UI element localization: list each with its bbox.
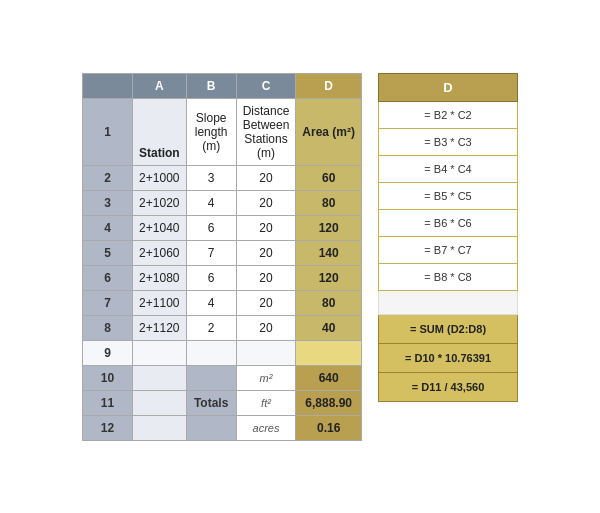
table-row: 4 2+1040 6 20 120 [82, 215, 361, 240]
row-num-5: 5 [82, 240, 132, 265]
station-7: 2+1100 [132, 290, 186, 315]
table-row: 6 2+1080 6 20 120 [82, 265, 361, 290]
row-num-4: 4 [82, 215, 132, 240]
page-wrapper: A B C D 1 Station Slope length (m) Dista… [82, 73, 518, 441]
formula-item-6: = B8 * C8 [378, 264, 518, 291]
totals-c-11: ft² [236, 390, 296, 415]
area-3: 80 [296, 190, 362, 215]
sub-header-distance: Distance Between Stations (m) [236, 98, 296, 165]
totals-a-12 [132, 415, 186, 440]
formula-gap [378, 291, 518, 315]
slope-4: 6 [186, 215, 236, 240]
station-3: 2+1020 [132, 190, 186, 215]
dist-4: 20 [236, 215, 296, 240]
station-8: 2+1120 [132, 315, 186, 340]
totals-d-11: 6,888.90 [296, 390, 362, 415]
row-num-3: 3 [82, 190, 132, 215]
area-2: 60 [296, 165, 362, 190]
empty-row-9: 9 [82, 340, 361, 365]
station-4: 2+1040 [132, 215, 186, 240]
totals-row-11: 11 Totals ft² 6,888.90 [82, 390, 361, 415]
slope-3: 4 [186, 190, 236, 215]
formula-item-2: = B4 * C4 [378, 156, 518, 183]
sub-header-slope: Slope length (m) [186, 98, 236, 165]
totals-row-10: 10 m² 640 [82, 365, 361, 390]
col-header-d: D [296, 73, 362, 98]
col-header-c: C [236, 73, 296, 98]
formula-item-3: = B5 * C5 [378, 183, 518, 210]
row-num-12: 12 [82, 415, 132, 440]
formula-item-1: = B3 * C3 [378, 129, 518, 156]
area-6: 120 [296, 265, 362, 290]
dist-5: 20 [236, 240, 296, 265]
col-header-a: A [132, 73, 186, 98]
row-num-7: 7 [82, 290, 132, 315]
dist-7: 20 [236, 290, 296, 315]
formula-panel-header: D [378, 73, 518, 102]
slope-8: 2 [186, 315, 236, 340]
row-num-8: 8 [82, 315, 132, 340]
main-table: A B C D 1 Station Slope length (m) Dista… [82, 73, 362, 441]
sub-header-station: Station [132, 98, 186, 165]
empty-b-9 [186, 340, 236, 365]
formula-item-5: = B7 * C7 [378, 237, 518, 264]
totals-c-10: m² [236, 365, 296, 390]
area-7: 80 [296, 290, 362, 315]
formula-item-0: = B2 * C2 [378, 102, 518, 129]
dist-3: 20 [236, 190, 296, 215]
station-5: 2+1060 [132, 240, 186, 265]
table-row: 7 2+1100 4 20 80 [82, 290, 361, 315]
area-8: 40 [296, 315, 362, 340]
totals-d-10: 640 [296, 365, 362, 390]
row-num-11: 11 [82, 390, 132, 415]
formula-item-4: = B6 * C6 [378, 210, 518, 237]
totals-a-10 [132, 365, 186, 390]
col-header-empty [82, 73, 132, 98]
totals-b-12 [186, 415, 236, 440]
totals-a-11 [132, 390, 186, 415]
empty-d-9 [296, 340, 362, 365]
sub-header-row: 1 Station Slope length (m) Distance Betw… [82, 98, 361, 165]
empty-a-9 [132, 340, 186, 365]
main-table-wrapper: A B C D 1 Station Slope length (m) Dista… [82, 73, 362, 441]
totals-b-11: Totals [186, 390, 236, 415]
row-num-9: 9 [82, 340, 132, 365]
totals-b-10 [186, 365, 236, 390]
formula-total-0: = SUM (D2:D8) [378, 315, 518, 344]
totals-c-12: acres [236, 415, 296, 440]
row-num-2: 2 [82, 165, 132, 190]
dist-2: 20 [236, 165, 296, 190]
row-num-6: 6 [82, 265, 132, 290]
table-row: 3 2+1020 4 20 80 [82, 190, 361, 215]
col-header-row: A B C D [82, 73, 361, 98]
row-num-10: 10 [82, 365, 132, 390]
dist-6: 20 [236, 265, 296, 290]
area-4: 120 [296, 215, 362, 240]
area-5: 140 [296, 240, 362, 265]
station-2: 2+1000 [132, 165, 186, 190]
dist-8: 20 [236, 315, 296, 340]
slope-6: 6 [186, 265, 236, 290]
empty-c-9 [236, 340, 296, 365]
row-num-1: 1 [82, 98, 132, 165]
table-row: 2 2+1000 3 20 60 [82, 165, 361, 190]
formula-total-2: = D11 / 43,560 [378, 373, 518, 402]
formula-total-1: = D10 * 10.76391 [378, 344, 518, 373]
slope-5: 7 [186, 240, 236, 265]
totals-d-12: 0.16 [296, 415, 362, 440]
table-row: 8 2+1120 2 20 40 [82, 315, 361, 340]
sub-header-area: Area (m²) [296, 98, 362, 165]
col-header-b: B [186, 73, 236, 98]
slope-2: 3 [186, 165, 236, 190]
station-6: 2+1080 [132, 265, 186, 290]
table-row: 5 2+1060 7 20 140 [82, 240, 361, 265]
totals-row-12: 12 acres 0.16 [82, 415, 361, 440]
slope-7: 4 [186, 290, 236, 315]
formula-panel: D = B2 * C2 = B3 * C3 = B4 * C4 = B5 * C… [378, 73, 518, 402]
